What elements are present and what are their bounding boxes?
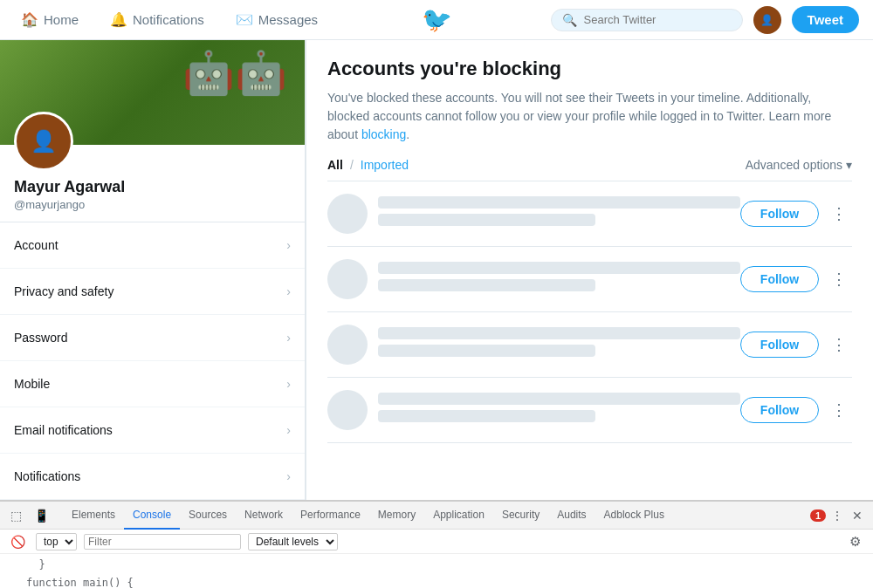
tab-sources[interactable]: Sources [180, 502, 236, 530]
main-content: Accounts you're blocking You've blocked … [306, 40, 873, 500]
blocking-link[interactable]: blocking [361, 127, 406, 141]
sidebar-item-password[interactable]: Password › [0, 315, 305, 361]
menu-label-email: Email notifications [14, 423, 113, 437]
content-area: Accounts you're blocking You've blocked … [306, 40, 873, 461]
blocked-item: Follow ⋮ [327, 247, 852, 312]
main-layout: 🤖🤖 👤 Mayur Agarwal @mayurjango Account ›… [0, 40, 873, 500]
placeholder-name [378, 196, 740, 209]
blocked-item: Follow ⋮ [327, 378, 852, 443]
tab-application[interactable]: Application [424, 502, 493, 530]
chevron-right-icon: › [286, 469, 291, 483]
nav-messages[interactable]: ✉️ Messages [229, 8, 325, 31]
sidebar-item-mobile[interactable]: Mobile › [0, 361, 305, 407]
console-body: } function main() { unblock(500); } ← un… [0, 554, 873, 588]
tab-adblock[interactable]: Adblock Plus [595, 502, 673, 530]
tab-application-label: Application [433, 509, 485, 521]
blocked-actions: Follow ⋮ [740, 201, 852, 227]
more-options-button[interactable]: ⋮ [826, 266, 852, 292]
console-code: function main() { [26, 575, 866, 588]
tab-memory[interactable]: Memory [369, 502, 424, 530]
tab-audits-label: Audits [557, 509, 586, 521]
menu-label-mobile: Mobile [14, 377, 50, 391]
more-options-button[interactable]: ⋮ [826, 397, 852, 423]
console-log-level-selector[interactable]: Default levels [248, 533, 338, 550]
blocked-actions: Follow ⋮ [740, 332, 852, 358]
chevron-right-icon: › [286, 331, 291, 345]
nav-notifications[interactable]: 🔔 Notifications [103, 8, 211, 31]
console-clear-button[interactable]: 🚫 [7, 533, 29, 550]
blocked-avatar [327, 259, 368, 299]
follow-button[interactable]: Follow [740, 332, 819, 358]
tab-console[interactable]: Console [124, 502, 180, 530]
filter-imported[interactable]: Imported [361, 158, 409, 172]
console-toolbar: 🚫 top Default levels ⚙ [0, 530, 873, 554]
tab-network-label: Network [244, 509, 283, 521]
sidebar-item-notifications[interactable]: Notifications › [0, 454, 305, 500]
sidebar-item-email-notifications[interactable]: Email notifications › [0, 407, 305, 454]
devtools-panel: ⬚ 📱 Elements Console Sources Network Per… [0, 500, 873, 588]
mail-icon: ✉️ [236, 11, 253, 28]
tab-performance-label: Performance [300, 509, 361, 521]
sidebar-item-privacy[interactable]: Privacy and safety › [0, 269, 305, 315]
more-options-button[interactable]: ⋮ [826, 201, 852, 227]
advanced-options-label: Advanced options [746, 158, 842, 172]
devtools-close-button[interactable]: ✕ [849, 507, 866, 524]
console-settings-button[interactable]: ⚙ [844, 532, 866, 551]
tab-adblock-label: Adblock Plus [604, 509, 664, 521]
chevron-right-icon: › [286, 423, 291, 437]
twitter-bird-logo: 🐦 [422, 6, 452, 33]
topnav-left: 🏠 Home 🔔 Notifications ✉️ Messages [14, 8, 422, 31]
blocked-avatar [327, 325, 368, 365]
more-options-button[interactable]: ⋮ [826, 332, 852, 358]
devtools-device-button[interactable]: 📱 [31, 507, 52, 524]
follow-button[interactable]: Follow [740, 266, 819, 292]
twitter-logo: 🐦 [422, 5, 452, 34]
search-bar[interactable]: 🔍 [551, 9, 743, 31]
blocked-actions: Follow ⋮ [740, 397, 852, 423]
console-code: } [26, 557, 866, 572]
tab-sources-label: Sources [189, 509, 227, 521]
placeholder-handle [378, 279, 595, 291]
page-title: Accounts you're blocking [327, 58, 852, 80]
profile-handle: @mayurjango [14, 198, 291, 211]
tab-console-label: Console [133, 509, 171, 521]
chevron-right-icon: › [286, 238, 291, 252]
blocked-accounts-list: Follow ⋮ Follow ⋮ [327, 181, 852, 443]
tab-performance[interactable]: Performance [292, 502, 369, 530]
sidebar-item-account[interactable]: Account › [0, 222, 305, 269]
tab-audits[interactable]: Audits [548, 502, 595, 530]
tab-elements[interactable]: Elements [63, 502, 124, 530]
filter-tabs: All / Imported [327, 158, 409, 172]
placeholder-name [378, 327, 740, 339]
user-avatar[interactable]: 👤 [753, 6, 781, 34]
home-label: Home [44, 12, 79, 27]
blocked-info [378, 393, 740, 427]
devtools-more-button[interactable]: ⋮ [828, 507, 847, 524]
tab-security[interactable]: Security [493, 502, 548, 530]
tab-memory-label: Memory [378, 509, 416, 521]
filter-all[interactable]: All [327, 158, 343, 172]
placeholder-handle [378, 214, 595, 226]
console-line: } [0, 556, 873, 574]
chevron-right-icon: › [286, 284, 291, 298]
error-count-badge: 1 [810, 509, 826, 522]
tweet-button[interactable]: Tweet [792, 6, 859, 33]
blocked-avatar [327, 390, 368, 430]
blocked-item: Follow ⋮ [327, 312, 852, 378]
top-navigation: 🏠 Home 🔔 Notifications ✉️ Messages 🐦 🔍 👤… [0, 0, 873, 40]
console-context-selector[interactable]: top [36, 533, 77, 550]
tab-network[interactable]: Network [236, 502, 292, 530]
console-filter-input[interactable] [84, 534, 241, 550]
tab-elements-label: Elements [72, 509, 115, 521]
devtools-inspect-button[interactable]: ⬚ [7, 507, 25, 524]
search-input[interactable] [584, 13, 732, 26]
nav-home[interactable]: 🏠 Home [14, 8, 86, 31]
sidebar-menu: Account › Privacy and safety › Password … [0, 222, 305, 500]
menu-label-password: Password [14, 331, 67, 345]
notifications-label: Notifications [133, 12, 204, 27]
advanced-options-button[interactable]: Advanced options ▾ [746, 158, 852, 172]
follow-button[interactable]: Follow [740, 201, 819, 227]
menu-label-account: Account [14, 238, 58, 252]
chevron-down-icon: ▾ [846, 158, 852, 172]
follow-button[interactable]: Follow [740, 397, 819, 423]
